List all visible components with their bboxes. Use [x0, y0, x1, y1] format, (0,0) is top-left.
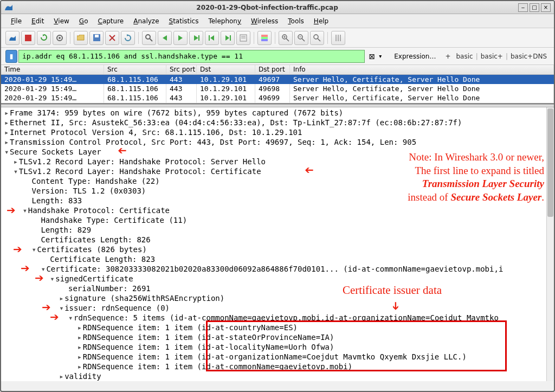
toolbar-options[interactable]: [53, 31, 67, 45]
tree-item[interactable]: ▾Secure Sockets Layer: [4, 147, 554, 157]
menu-file[interactable]: File: [7, 16, 26, 27]
tree-item[interactable]: Length: 829: [4, 225, 554, 235]
toolbar-prev[interactable]: [158, 31, 172, 45]
toolbar-find[interactable]: [142, 31, 156, 45]
filter-preset-basic[interactable]: basic: [453, 52, 475, 61]
tree-item[interactable]: ▾Handshake Protocol: Certificate: [4, 205, 554, 215]
maximize-button[interactable]: □: [530, 3, 539, 12]
tree-item[interactable]: Certificate Length: 823: [4, 254, 554, 264]
tree-item[interactable]: Length: 833: [4, 196, 554, 205]
toolbar-open[interactable]: [74, 31, 88, 45]
packet-row[interactable]: 2020-01-29 15:49… 68.1.115.106 443 10.1.…: [1, 93, 554, 102]
column-dstport[interactable]: Dst port: [255, 65, 290, 74]
toolbar-jump[interactable]: [189, 31, 203, 45]
svg-rect-9: [230, 35, 231, 41]
svg-line-6: [150, 38, 152, 41]
tree-item[interactable]: ▾rdnSequence: 5 items (id-at-commonName=…: [4, 313, 554, 323]
toolbar-zoom-in[interactable]: [279, 31, 293, 45]
menu-help[interactable]: Help: [309, 16, 333, 27]
tree-item[interactable]: Certificates Length: 826: [4, 235, 554, 245]
menu-wireless[interactable]: Wireless: [247, 16, 282, 27]
tree-item[interactable]: ▸Transmission Control Protocol, Src Port…: [4, 137, 554, 147]
toolbar-reload[interactable]: [121, 31, 135, 45]
tree-item[interactable]: ▾TLSv1.2 Record Layer: Handshake Protoco…: [4, 166, 554, 176]
tree-item[interactable]: ▸Ethernet II, Src: AsustekC_56:33:ea (04…: [4, 118, 554, 127]
svg-rect-13: [261, 35, 268, 37]
svg-point-5: [146, 35, 150, 39]
window-title: 2020-01-29-Qbot-infection-traffic.pcap: [16, 4, 518, 11]
filter-preset-basicdns[interactable]: basic+DNS: [508, 52, 550, 61]
tree-item[interactable]: ▾signedCertificate: [4, 274, 554, 284]
filter-plus-button[interactable]: +: [442, 52, 453, 61]
menu-statistics[interactable]: Statistics: [165, 16, 203, 27]
filter-preset-basicplus[interactable]: basic+: [478, 52, 506, 61]
svg-point-23: [314, 35, 318, 39]
minimize-button[interactable]: ‒: [518, 3, 528, 12]
filter-clear-icon[interactable]: ⊠: [367, 52, 377, 61]
menubar: File Edit View Go Capture Analyze Statis…: [1, 14, 554, 28]
toolbar-zoom-reset[interactable]: [310, 31, 324, 45]
svg-rect-8: [209, 35, 210, 41]
packet-list-pane: Time Src Src port Dst Dst port Info 2020…: [1, 65, 554, 104]
filter-dropdown-icon[interactable]: ▾: [379, 53, 388, 59]
tree-item[interactable]: ▸Frame 3174: 959 bytes on wire (7672 bit…: [4, 108, 554, 118]
column-time[interactable]: Time: [1, 65, 104, 74]
menu-analyze[interactable]: Analyze: [129, 16, 163, 27]
svg-rect-15: [261, 39, 268, 41]
svg-line-24: [318, 38, 320, 41]
tree-item[interactable]: ▸signature (sha256WithRSAEncryption): [4, 293, 554, 303]
filter-bookmark-icon[interactable]: ▮: [5, 50, 17, 63]
tree-item[interactable]: ▸validity: [4, 371, 554, 381]
tree-item[interactable]: Handshake Type: Certificate (11): [4, 215, 554, 225]
filter-expression-button[interactable]: Expression…: [391, 52, 439, 61]
svg-line-17: [286, 38, 289, 41]
tree-item[interactable]: ▸RDNSequence item: 1 item (id-at-commonN…: [4, 362, 554, 371]
tree-item[interactable]: serialNumber: 2691: [4, 284, 554, 293]
menu-capture[interactable]: Capture: [93, 16, 128, 27]
toolbar-save[interactable]: [89, 31, 104, 45]
toolbar: [1, 28, 554, 48]
menu-view[interactable]: View: [49, 16, 73, 27]
packet-list-header: Time Src Src port Dst Dst port Info: [1, 65, 554, 75]
toolbar-auto-scroll[interactable]: [236, 31, 250, 45]
toolbar-resize-columns[interactable]: [331, 31, 345, 45]
close-button[interactable]: ×: [541, 3, 551, 12]
toolbar-start-capture[interactable]: [5, 31, 20, 45]
tree-item[interactable]: Content Type: Handshake (22): [4, 176, 554, 186]
tree-item[interactable]: ▸RDNSequence item: 1 item (id-at-localit…: [4, 342, 554, 352]
toolbar-zoom-out[interactable]: [294, 31, 308, 45]
window-controls: ‒ □ ×: [518, 3, 551, 12]
tree-item[interactable]: ▸TLSv1.2 Record Layer: Handshake Protoco…: [4, 157, 554, 166]
svg-rect-4: [95, 35, 99, 37]
packet-row[interactable]: 2020-01-29 15:49… 68.1.115.106 443 10.1.…: [1, 75, 554, 84]
tree-item[interactable]: ▾Certificate: 308203333082021b02020a8330…: [4, 264, 554, 274]
packet-details-pane: ▸Frame 3174: 959 bytes on wire (7672 bit…: [1, 107, 554, 381]
toolbar-next[interactable]: [173, 31, 188, 45]
menu-tools[interactable]: Tools: [283, 16, 308, 27]
menu-telephony[interactable]: Telephony: [204, 16, 246, 27]
toolbar-restart-capture[interactable]: [37, 31, 51, 45]
tree-item[interactable]: ▸RDNSequence item: 1 item (id-at-country…: [4, 323, 554, 332]
details-scrollbar[interactable]: [546, 107, 554, 381]
column-dst[interactable]: Dst: [197, 65, 255, 74]
toolbar-stop-capture[interactable]: [21, 31, 35, 45]
column-srcport[interactable]: Src port: [166, 65, 197, 74]
menu-go[interactable]: Go: [75, 16, 93, 27]
toolbar-colorize[interactable]: [257, 31, 272, 45]
column-src[interactable]: Src: [104, 65, 166, 74]
tree-item[interactable]: ▾Certificates (826 bytes): [4, 245, 554, 254]
toolbar-last[interactable]: [221, 31, 235, 45]
tree-item[interactable]: ▸RDNSequence item: 1 item (id-at-organiz…: [4, 352, 554, 362]
tree-item[interactable]: Version: TLS 1.2 (0x0303): [4, 186, 554, 196]
menu-edit[interactable]: Edit: [27, 16, 48, 27]
display-filter-input[interactable]: [18, 50, 365, 63]
wireshark-icon: [4, 3, 13, 12]
column-info[interactable]: Info: [290, 65, 554, 74]
toolbar-close-file[interactable]: [105, 31, 119, 45]
packet-row[interactable]: 2020-01-29 15:49… 68.1.115.106 443 10.1.…: [1, 84, 554, 93]
tree-item[interactable]: ▸RDNSequence item: 1 item (id-at-stateOr…: [4, 332, 554, 342]
toolbar-first[interactable]: [205, 31, 219, 45]
svg-rect-0: [25, 35, 31, 41]
tree-item[interactable]: ▾issuer: rdnSequence (0): [4, 303, 554, 313]
tree-item[interactable]: ▸Internet Protocol Version 4, Src: 68.1.…: [4, 127, 554, 137]
